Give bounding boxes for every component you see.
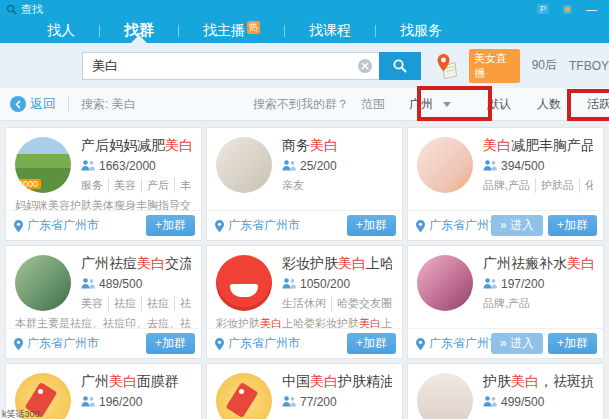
group-tags: 品牌,产品护肤品化妆品香水... — [483, 178, 593, 193]
titlebar-lock-icon[interactable] — [563, 5, 572, 14]
sort-default[interactable]: 默认 — [487, 96, 511, 113]
location-pin-icon — [215, 338, 224, 350]
filter-bar: 返回 搜索: 美白 搜索不到我的群？ 范围 广州 默认 人数 活跃度 — [0, 88, 609, 121]
group-logo-heart-smile — [216, 255, 272, 311]
group-card[interactable]: 2000 产后妈妈减肥美白丰胸 1663/2000 服务美容产后丰胸面膜... … — [5, 127, 202, 241]
group-tags: 生活休闲哈娄交友圈膜哈娄星... — [282, 296, 392, 311]
group-title[interactable]: 中国美白护肤精油群 — [282, 373, 392, 390]
group-tags: 服务美容产后丰胸面膜... — [81, 178, 191, 193]
location-text: 广东省广州市 — [27, 217, 99, 234]
back-arrow-icon — [10, 96, 26, 112]
group-location: 广东省广州市 — [215, 217, 300, 234]
group-card[interactable]: 商务美白 25/200 亲友 广东省广州市 +加群 — [206, 127, 403, 241]
tab-separator — [178, 25, 179, 37]
join-group-button[interactable]: +加群 — [548, 215, 597, 236]
group-card[interactable]: 彩妆护肤美白上哈娄 1050/200 生活休闲哈娄交友圈膜哈娄星... 彩妆护肤… — [206, 245, 403, 359]
member-count-row: 197/200 — [483, 277, 593, 291]
member-count-row: 25/200 — [282, 159, 392, 173]
members-icon — [81, 396, 95, 407]
tab-find-services[interactable]: 找服务 — [390, 18, 452, 43]
cant-find-group-link[interactable]: 搜索不到我的群？ — [253, 96, 349, 113]
group-photo-woman-pale — [417, 373, 473, 419]
join-group-button[interactable]: +加群 — [146, 215, 195, 236]
back-button[interactable]: 返回 — [10, 95, 56, 113]
card-footer: 广东省广州市 » 进入 +加群 — [408, 328, 603, 358]
enter-group-button[interactable]: » 进入 — [491, 215, 543, 236]
join-group-button[interactable]: +加群 — [347, 215, 396, 236]
tab-label: 找服务 — [400, 22, 442, 40]
sort-activity[interactable]: 活跃度 — [587, 96, 609, 113]
group-card[interactable]: 美白减肥丰胸产品交流 394/500 品牌,产品护肤品化妆品香水... 广东省广… — [407, 127, 604, 241]
group-location: 广东省广州市 — [215, 335, 300, 352]
member-count-row: 489/500 — [81, 277, 191, 291]
group-title[interactable]: 产后妈妈减肥美白丰胸 — [81, 137, 191, 154]
map-location-icon[interactable] — [435, 53, 457, 79]
group-card[interactable]: 广州祛痘美白交流 489/500 美容祛痘祛痘祛痘祛痘... 本群主要是祛痘、祛… — [5, 245, 202, 359]
members-icon — [483, 160, 497, 171]
sort-members[interactable]: 人数 — [537, 96, 561, 113]
group-description: 彩妆护肤美白上哈娄彩妆护肤美白上哈娄彩妆护肤美白上哈娄彩妆护肤美白上哈娄彩妆护肤… — [216, 316, 393, 328]
group-title[interactable]: 商务美白 — [282, 137, 392, 154]
join-group-button[interactable]: +加群 — [347, 333, 396, 354]
card-footer: 广东省广州市 +加群 — [6, 328, 201, 358]
tab-label: 找课程 — [309, 22, 351, 40]
group-card[interactable]: 护肤美白，祛斑抗皱 499/500 — [407, 363, 604, 419]
divider — [68, 97, 69, 111]
tab-find-people[interactable]: 找人 — [37, 18, 85, 43]
back-label: 返回 — [30, 95, 56, 113]
member-count: 25/200 — [300, 159, 337, 173]
find-group-window: 查找 P — 找人 找群 找主播热 找课程 找服务 — [0, 0, 609, 419]
tab-label: 找人 — [47, 22, 75, 40]
location-pin-icon — [416, 338, 425, 350]
members-icon — [483, 278, 497, 289]
city-dropdown[interactable]: 广州 — [399, 92, 461, 117]
group-title[interactable]: 美白减肥丰胸产品交流 — [483, 137, 593, 154]
card-footer: 广东省广州市 +加群 — [207, 328, 402, 358]
tab-separator — [99, 25, 100, 37]
minimize-icon[interactable]: — — [586, 4, 597, 14]
member-count: 197/200 — [501, 277, 544, 291]
hot-word-tfboy[interactable]: TFBOY — [569, 59, 609, 73]
member-count: 394/500 — [501, 159, 544, 173]
live-badge[interactable]: 美女直播 — [469, 49, 520, 83]
group-card[interactable]: 中国美白护肤精油群 77/200 — [206, 363, 403, 419]
nav-tabs: 找人 找群 找主播热 找课程 找服务 — [0, 18, 609, 43]
location-text: 广东省广州市 — [429, 217, 491, 234]
tab-find-courses[interactable]: 找课程 — [299, 18, 361, 43]
member-count: 1663/2000 — [99, 159, 156, 173]
group-photo-woman-flowers — [417, 255, 473, 311]
group-grid: 2000 产后妈妈减肥美白丰胸 1663/2000 服务美容产后丰胸面膜... … — [0, 121, 609, 419]
group-title[interactable]: 广州祛瘢补水美白群 — [483, 255, 593, 272]
card-footer: 广东省广州市 +加群 — [207, 210, 402, 240]
member-count-row: 77/200 — [282, 395, 392, 409]
group-title[interactable]: 广州美白面膜群 — [81, 373, 191, 390]
search-button[interactable] — [379, 52, 421, 80]
location-pin-icon — [215, 220, 224, 232]
search-input[interactable] — [82, 52, 379, 80]
group-description: 本群主要是祛痘、祛痘印、去痘、祛痘印等肌肤问题的交流群，欢迎广大有青春痘、痤疮、… — [15, 316, 192, 328]
hot-word-90s[interactable]: 90后 — [532, 57, 557, 74]
group-photo-woman — [15, 255, 71, 311]
group-photo-cosmetics — [417, 137, 473, 193]
join-group-button[interactable]: +加群 — [548, 333, 597, 354]
card-footer: 广东省广州市 +加群 — [6, 210, 201, 240]
location-pin-icon — [14, 338, 23, 350]
scope-label: 范围 — [361, 96, 385, 113]
search-section: 美女直播 90后 TFBOY — [0, 43, 609, 88]
join-group-button[interactable]: +加群 — [146, 333, 195, 354]
tab-find-streamers[interactable]: 找主播热 — [193, 18, 270, 43]
tab-find-groups[interactable]: 找群 — [114, 18, 164, 43]
tab-label: 找主播 — [203, 22, 245, 40]
group-title[interactable]: 彩妆护肤美白上哈娄 — [282, 255, 392, 272]
enter-group-button[interactable]: » 进入 — [491, 333, 543, 354]
group-card[interactable]: 广州祛瘢补水美白群 197/200 品牌,产品 广东省广州市 » 进入 — [407, 245, 604, 359]
group-title[interactable]: 广州祛痘美白交流 — [81, 255, 191, 272]
titlebar: 查找 P — — [0, 0, 609, 18]
group-tags: 美容祛痘祛痘祛痘祛痘... — [81, 296, 191, 311]
titlebar-p-icon[interactable]: P — [537, 4, 549, 14]
location-text: 广东省广州市 — [27, 335, 99, 352]
group-title[interactable]: 护肤美白，祛斑抗皱 — [483, 373, 593, 390]
location-text: 广东省广州市 — [429, 335, 491, 352]
clear-icon[interactable] — [358, 59, 372, 73]
members-icon — [282, 396, 296, 407]
